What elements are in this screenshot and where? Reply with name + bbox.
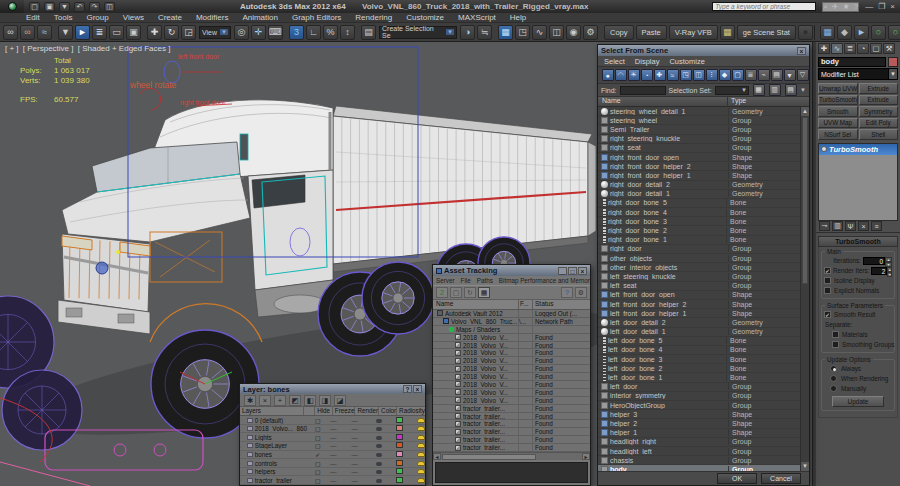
update-button[interactable]: Update xyxy=(832,396,884,407)
freeze-toggle[interactable]: — xyxy=(343,460,366,467)
table-view-icon[interactable]: ▦ xyxy=(478,287,490,298)
radiosity-icon[interactable] xyxy=(409,451,425,458)
smoothing-groups-checkbox[interactable] xyxy=(832,341,839,348)
render-toggle[interactable] xyxy=(366,468,391,475)
display-helpers-icon[interactable]: ✚ xyxy=(654,69,666,81)
asset-row[interactable]: tractor_trailer...Found xyxy=(433,405,590,413)
viewport-menu-shading[interactable]: [ Shaded + Edged Faces ] xyxy=(78,44,171,53)
scene-object-row[interactable]: left_door_detail_2Geometry xyxy=(598,318,809,327)
asset-row[interactable]: 2018_Volvo_V...Found xyxy=(433,334,590,342)
close-button[interactable]: × xyxy=(797,47,806,55)
save-selection-set-icon[interactable]: ▦ xyxy=(753,84,765,96)
menu-tools[interactable]: Tools xyxy=(54,13,73,22)
application-menu-button[interactable] xyxy=(0,0,24,13)
selection-icon[interactable]: ► xyxy=(854,25,869,40)
hide-toggle[interactable]: — xyxy=(324,477,343,484)
hide-toggle[interactable]: — xyxy=(324,451,343,458)
settings-icon[interactable]: ⚙ xyxy=(575,287,587,298)
freeze-layer-icon[interactable]: ◪ xyxy=(334,395,346,406)
render-iters-spinner-arrows[interactable]: ▴▾ xyxy=(887,267,892,275)
scene-object-row[interactable]: interior_symmetryGroup xyxy=(598,392,809,401)
scene-object-row[interactable]: left_doorGroup xyxy=(598,383,809,392)
menu-edit[interactable]: Edit xyxy=(26,13,40,22)
rollout-header[interactable]: TurboSmooth xyxy=(818,236,898,247)
render-toggle[interactable] xyxy=(366,417,391,424)
render-iters-spinner[interactable]: 2 xyxy=(871,267,887,275)
modifier-button-unwrap-uvw[interactable]: Unwrap UVW xyxy=(818,83,858,94)
menu-maxscript[interactable]: MAXScript xyxy=(458,13,496,22)
show-end-result-icon[interactable]: ▥ xyxy=(832,221,843,231)
asset-row[interactable]: Autodesk Vault 2012Logged Out (... xyxy=(433,310,590,318)
scroll-left-arrow[interactable]: ◄ xyxy=(433,453,441,460)
layer-color-swatch[interactable] xyxy=(392,460,409,467)
scroll-down-arrow[interactable]: ▼ xyxy=(801,462,809,471)
load-selection-set-icon[interactable]: ▥ xyxy=(769,84,781,96)
menu-customize[interactable]: Customize xyxy=(406,13,444,22)
manage-scene-states-button[interactable]: ge Scene Stat xyxy=(737,25,796,40)
snap-toggle-3d-icon[interactable]: 3 xyxy=(289,25,304,40)
minimize-button[interactable]: _ xyxy=(558,267,567,275)
layer-manager-icon[interactable]: ▦ xyxy=(498,25,513,40)
asset-row[interactable]: Maps / Shaders xyxy=(433,326,590,334)
modifier-list-dropdown[interactable]: Modifier List ▼ xyxy=(818,68,898,80)
layer-color-swatch[interactable] xyxy=(392,451,409,458)
vertical-scrollbar[interactable]: ▲ ▼ xyxy=(800,107,809,471)
layer-color-swatch[interactable] xyxy=(392,434,409,441)
hierarchy-tab[interactable]: ≣ xyxy=(844,43,856,54)
scene-object-row[interactable]: left_steering_knuckleGroup xyxy=(598,272,809,281)
freeze-toggle[interactable]: — xyxy=(343,442,366,449)
asset-row[interactable]: tractor_trailer...Found xyxy=(433,413,590,421)
vault-status-icon[interactable]: 2 xyxy=(436,287,448,298)
align-icon[interactable]: ≒ xyxy=(477,25,492,40)
favorites-star-icon[interactable]: ★ xyxy=(843,3,850,11)
configure-modifier-sets-icon[interactable]: ≡ xyxy=(871,221,882,231)
layer-row[interactable]: ⁝Lights▢—— xyxy=(240,433,425,442)
remove-modifier-icon[interactable]: × xyxy=(858,221,869,231)
select-and-move-icon[interactable]: ✚ xyxy=(147,25,162,40)
add-to-layer-icon[interactable]: + xyxy=(274,395,286,406)
scene-object-row[interactable]: other_interior_objectsGroup xyxy=(598,263,809,272)
modifier-button-shell[interactable]: Shell xyxy=(859,129,899,140)
asset-row[interactable]: 2018_Volvo_V...Found xyxy=(433,357,590,365)
help-icon[interactable]: ? xyxy=(854,3,858,11)
scene-object-row[interactable]: right_door_bone_4Bone xyxy=(598,208,809,217)
asset-row[interactable]: 2018_Volvo_V...Found xyxy=(433,342,590,350)
modifier-button-turbosmooth[interactable]: TurboSmooth xyxy=(818,95,858,106)
view-hierarchy-icon[interactable]: ⌁ xyxy=(758,69,770,81)
scene-object-row[interactable]: steering_wheelGroup xyxy=(598,116,809,125)
view-list-icon[interactable]: ≣ xyxy=(745,69,757,81)
display-containers-icon[interactable]: ◆ xyxy=(719,69,731,81)
toggle-icon-2[interactable]: ○ xyxy=(888,25,900,40)
render-toggle[interactable] xyxy=(366,434,391,441)
hide-toggle[interactable]: — xyxy=(324,434,343,441)
scene-object-row[interactable]: helper_3Shape xyxy=(598,410,809,419)
modifier-button-uvw-map[interactable]: UVW Map xyxy=(818,118,858,129)
scene-object-row[interactable]: helper_1Shape xyxy=(598,429,809,438)
render-toggle[interactable] xyxy=(366,425,391,432)
angle-snap-icon[interactable]: ∟ xyxy=(306,25,321,40)
asset-row[interactable]: tractor_trailer...Found xyxy=(433,420,590,428)
display-lights-icon[interactable]: ☀ xyxy=(628,69,640,81)
curve-editor-icon[interactable]: ∿ xyxy=(532,25,547,40)
scene-object-row[interactable]: right_door_detail_2Geometry xyxy=(598,181,809,190)
ok-button[interactable]: OK xyxy=(717,473,757,484)
scene-object-row[interactable]: headlight_leftGroup xyxy=(598,447,809,456)
display-bones-icon[interactable]: ⁝ xyxy=(706,69,718,81)
file-status-icon[interactable]: ▢ xyxy=(450,287,462,298)
display-cameras-icon[interactable]: ◔ xyxy=(641,69,653,81)
close-button[interactable]: × xyxy=(578,267,587,275)
pin-stack-icon[interactable]: ⊸ xyxy=(819,221,830,231)
asset-row[interactable]: tractor_trailer...Found xyxy=(433,428,590,436)
radiosity-icon[interactable] xyxy=(409,434,425,441)
set-current-layer-icon[interactable]: ◧ xyxy=(304,395,316,406)
asset-row[interactable]: Volvo_VNL_860_Truc...\...Network Path xyxy=(433,318,590,326)
asset-row[interactable]: 2018_Volvo_V...Found xyxy=(433,381,590,389)
layer-row[interactable]: ⁝controls▢—— xyxy=(240,459,425,468)
select-object-icon[interactable]: ► xyxy=(75,25,90,40)
unlink-selection-icon[interactable]: ∞ xyxy=(20,25,35,40)
bind-to-space-warp-icon[interactable]: ≈ xyxy=(37,25,52,40)
scene-object-row[interactable]: helper_2Shape xyxy=(598,419,809,428)
select-and-link-icon[interactable]: ∞ xyxy=(3,25,18,40)
menu-views[interactable]: Views xyxy=(123,13,144,22)
menu-create[interactable]: Create xyxy=(158,13,182,22)
